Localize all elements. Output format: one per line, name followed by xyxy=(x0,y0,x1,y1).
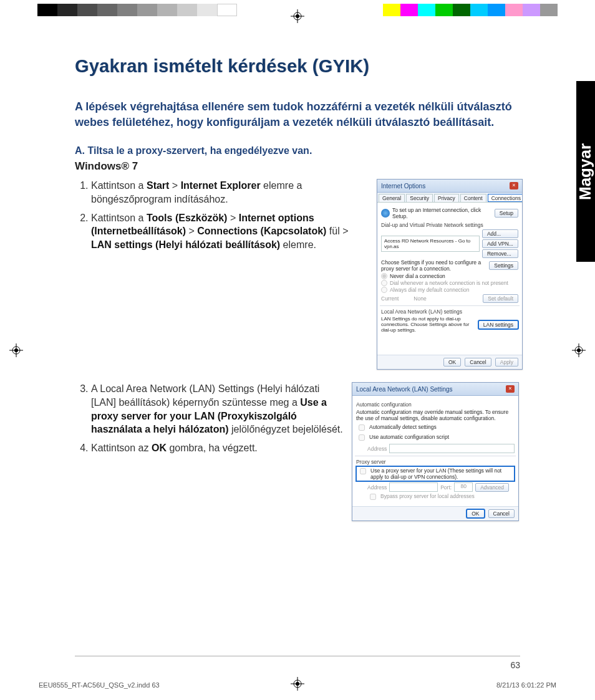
gray-swatches xyxy=(37,4,237,14)
ok-button: OK xyxy=(443,358,461,367)
settings-button: Settings xyxy=(489,261,518,270)
cancel-button: Cancel xyxy=(488,509,515,518)
page-number: 63 xyxy=(510,660,520,670)
dialog-title: Internet Options xyxy=(381,183,425,189)
apply-button: Apply xyxy=(495,358,518,367)
page-content: Gyakran ismételt kérdések (GYIK) A lépés… xyxy=(75,56,536,534)
globe-icon xyxy=(381,209,390,218)
ok-button: OK xyxy=(467,509,484,518)
print-page: Magyar Gyakran ismételt kérdések (GYIK) … xyxy=(0,0,595,700)
tab-security: Security xyxy=(406,194,433,202)
close-icon: × xyxy=(506,385,515,393)
registration-mark-icon xyxy=(572,343,586,357)
steps-row-2: A Local Area Network (LAN) Settings (Hel… xyxy=(75,382,536,521)
add-vpn-button: Add VPN... xyxy=(482,239,518,248)
slug-timestamp: 8/21/13 6:01:22 PM xyxy=(496,681,556,689)
print-slug: EEU8555_RT-AC56U_QSG_v2.indd 63 8/21/13 … xyxy=(39,681,556,689)
close-icon: × xyxy=(510,182,518,189)
tab-general: General xyxy=(379,194,405,202)
section-a-heading: A. Tiltsa le a proxy-szervert, ha engedé… xyxy=(75,145,536,156)
step-1: Kattintson a Start > Internet Explorer e… xyxy=(91,179,368,206)
tab-connections: Connections xyxy=(488,194,522,202)
connections-list: Access RD Network Resources - Go to vpn.… xyxy=(381,236,480,252)
step-3: A Local Area Network (LAN) Settings (Hel… xyxy=(91,382,343,436)
page-footer-rule xyxy=(75,656,520,656)
os-heading: Windows® 7 xyxy=(75,160,536,173)
remove-button: Remove... xyxy=(482,249,518,258)
registration-mark-icon xyxy=(9,343,23,357)
language-sidebar-tab: Magyar xyxy=(576,81,595,262)
tab-privacy: Privacy xyxy=(434,194,459,202)
screenshot-lan-settings: Local Area Network (LAN) Settings× Autom… xyxy=(352,382,519,521)
steps-row-1: Kattintson a Start > Internet Explorer e… xyxy=(75,179,536,370)
registration-mark-icon xyxy=(291,9,304,23)
screenshot-internet-options: Internet Options× General Security Priva… xyxy=(377,179,523,370)
dialog-title: Local Area Network (LAN) Settings xyxy=(356,386,453,393)
step-4: Kattintson az OK gombra, ha végzett. xyxy=(91,441,343,455)
dialog-tabs: General Security Privacy Content Connect… xyxy=(377,193,522,203)
tab-content: Content xyxy=(460,194,486,202)
cancel-button: Cancel xyxy=(465,358,491,367)
slug-filename: EEU8555_RT-AC56U_QSG_v2.indd 63 xyxy=(39,681,160,689)
add-button: Add... xyxy=(482,229,518,238)
faq-question: A lépések végrehajtása ellenére sem tudo… xyxy=(75,99,536,130)
step-2: Kattintson a Tools (Eszközök) > Internet… xyxy=(91,211,368,252)
page-title: Gyakran ismételt kérdések (GYIK) xyxy=(75,56,536,77)
color-swatches xyxy=(383,4,558,16)
use-proxy-checkbox-row: Use a proxy server for your LAN (These s… xyxy=(356,466,515,481)
language-label: Magyar xyxy=(576,143,595,199)
setup-button: Setup xyxy=(495,209,518,218)
lan-settings-button: LAN settings xyxy=(478,320,518,329)
